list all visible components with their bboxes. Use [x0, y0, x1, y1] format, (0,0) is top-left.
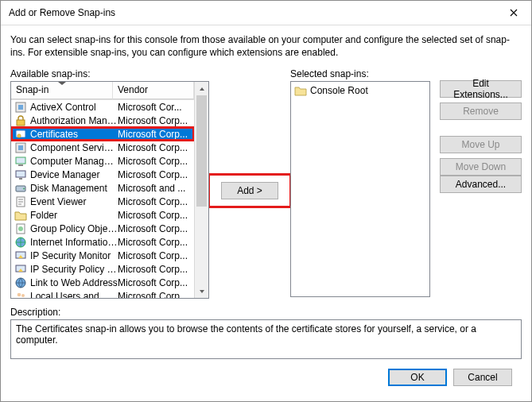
row-name: IP Security Monitor	[30, 250, 118, 261]
tree-item-console-root[interactable]: Console Root	[293, 83, 428, 97]
available-row[interactable]: Disk ManagementMicrosoft and ...	[11, 181, 194, 195]
row-name: Disk Management	[30, 183, 118, 194]
svg-point-15	[18, 226, 23, 231]
available-row[interactable]: IP Security Policy Ma...Microsoft Corp..…	[11, 262, 194, 276]
svg-rect-1	[18, 105, 23, 110]
scrollbar-up-icon[interactable]	[195, 82, 208, 95]
available-list-inner: Snap-in Vendor ActiveX ControlMicrosoft …	[11, 82, 194, 298]
advanced-button[interactable]: Advanced...	[440, 176, 522, 193]
svg-point-20	[17, 293, 21, 297]
available-label: Available snap-ins:	[10, 68, 209, 79]
row-vendor: Microsoft Corp...	[118, 264, 191, 275]
svg-point-4	[17, 134, 21, 137]
close-icon	[510, 9, 518, 17]
row-vendor: Microsoft Corp...	[118, 156, 191, 167]
scrollbar[interactable]	[194, 82, 208, 298]
panels: Available snap-ins: Snap-in Vendor Activ…	[10, 68, 522, 299]
move-up-button[interactable]: Move Up	[440, 136, 522, 153]
row-name: Group Policy Object ...	[30, 223, 118, 234]
row-name: Component Services	[30, 142, 118, 153]
available-row[interactable]: Device ManagerMicrosoft Corp...	[11, 168, 194, 181]
svg-rect-2	[17, 120, 25, 126]
component-icon	[14, 141, 27, 154]
available-row[interactable]: Local Users and Gro...Microsoft Corp...	[11, 289, 194, 298]
svg-rect-10	[19, 178, 22, 180]
row-vendor: Microsoft Cor...	[118, 102, 191, 113]
row-vendor: Microsoft and ...	[118, 183, 191, 194]
description-box: The Certificates snap-in allows you to b…	[10, 319, 522, 359]
svg-rect-6	[18, 145, 23, 150]
scrollbar-thumb[interactable]	[196, 95, 207, 207]
window-title: Add or Remove Snap-ins	[9, 7, 496, 18]
computer-icon	[14, 155, 27, 168]
available-row[interactable]: Computer Managem...Microsoft Corp...	[11, 154, 194, 168]
scrollbar-track[interactable]	[195, 95, 208, 284]
row-vendor: Microsoft Corp...	[118, 277, 191, 288]
row-vendor: Microsoft Corp...	[118, 210, 191, 221]
row-vendor: Microsoft Corp...	[118, 169, 191, 180]
available-panel: Available snap-ins: Snap-in Vendor Activ…	[10, 68, 209, 299]
svg-rect-9	[16, 171, 25, 177]
titlebar: Add or Remove Snap-ins	[1, 1, 531, 25]
column-header-vendor[interactable]: Vendor	[113, 82, 194, 99]
row-name: Computer Managem...	[30, 156, 118, 167]
dialog-buttons: OK Cancel	[10, 359, 522, 396]
row-vendor: Microsoft Corp...	[118, 250, 191, 261]
available-row[interactable]: CertificatesMicrosoft Corp...	[11, 127, 194, 141]
highlight-box-add: Add >	[208, 173, 292, 208]
move-down-button[interactable]: Move Down	[440, 158, 522, 176]
row-vendor: Microsoft Corp...	[118, 115, 191, 126]
disk-icon	[14, 182, 27, 195]
add-button[interactable]: Add >	[221, 182, 278, 199]
row-vendor: Microsoft Corp...	[118, 291, 191, 299]
available-row[interactable]: Event ViewerMicrosoft Corp...	[11, 195, 194, 208]
row-name: Certificates	[30, 129, 118, 140]
iis-icon	[14, 236, 27, 249]
available-row[interactable]: Component ServicesMicrosoft Corp...	[11, 141, 194, 154]
svg-point-21	[21, 294, 25, 297]
selected-panel: Selected snap-ins: Console Root	[290, 68, 430, 297]
component-icon	[14, 101, 27, 114]
row-name: Authorization Manager	[30, 115, 118, 126]
remove-button[interactable]: Remove	[440, 102, 522, 120]
column-header-snapin[interactable]: Snap-in	[11, 82, 113, 99]
available-row[interactable]: Group Policy Object ...Microsoft Corp...	[11, 222, 194, 235]
selected-tree[interactable]: Console Root	[290, 81, 430, 297]
link-icon	[14, 276, 27, 289]
row-name: Link to Web Address	[30, 277, 118, 288]
available-rows: ActiveX ControlMicrosoft Cor...Authoriza…	[11, 100, 194, 298]
tree-item-label: Console Root	[310, 85, 368, 96]
ok-button[interactable]: OK	[388, 369, 447, 386]
middle-column: Add >	[209, 68, 290, 208]
ipsec-icon	[14, 249, 27, 262]
folder-icon	[294, 85, 307, 96]
device-icon	[14, 168, 27, 181]
svg-rect-7	[16, 157, 25, 164]
ipsec-icon	[14, 263, 27, 276]
row-name: Internet Information ...	[30, 237, 118, 248]
available-row[interactable]: Link to Web AddressMicrosoft Corp...	[11, 276, 194, 289]
available-row[interactable]: Internet Information ...Microsoft Corp..…	[11, 235, 194, 249]
close-button[interactable]	[496, 1, 531, 25]
folder-icon	[14, 209, 27, 222]
row-name: Device Manager	[30, 169, 118, 180]
available-header: Snap-in Vendor	[11, 82, 194, 100]
svg-rect-8	[18, 164, 23, 166]
cancel-button[interactable]: Cancel	[453, 369, 512, 386]
event-icon	[14, 195, 27, 208]
available-row[interactable]: ActiveX ControlMicrosoft Cor...	[11, 100, 194, 114]
dialog-content: You can select snap-ins for this console…	[1, 25, 531, 401]
description-label: Description:	[10, 307, 522, 318]
available-row[interactable]: FolderMicrosoft Corp...	[11, 208, 194, 222]
row-vendor: Microsoft Corp...	[118, 129, 191, 140]
scrollbar-down-icon[interactable]	[195, 284, 208, 298]
row-name: ActiveX Control	[30, 102, 118, 113]
available-listbox[interactable]: Snap-in Vendor ActiveX ControlMicrosoft …	[10, 81, 209, 299]
gpo-icon	[14, 222, 27, 235]
cert-icon	[14, 128, 27, 141]
users-icon	[14, 290, 27, 299]
row-vendor: Microsoft Corp...	[118, 196, 191, 207]
available-row[interactable]: IP Security MonitorMicrosoft Corp...	[11, 249, 194, 262]
available-row[interactable]: Authorization ManagerMicrosoft Corp...	[11, 114, 194, 127]
edit-extensions-button[interactable]: Edit Extensions...	[440, 80, 522, 98]
